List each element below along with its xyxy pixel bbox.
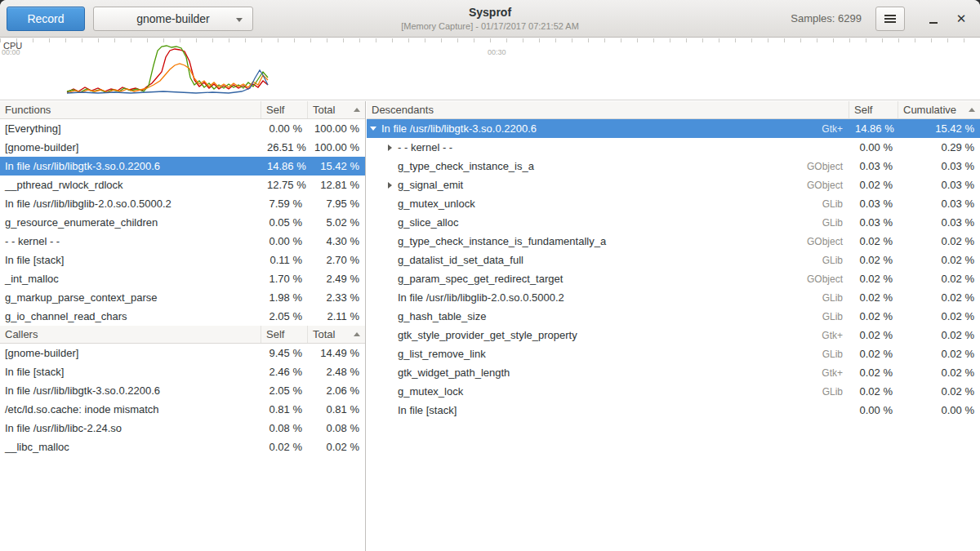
table-row[interactable]: g_mutex_lockGLib0.02 %0.02 % <box>367 382 980 401</box>
table-row[interactable]: g_resource_enumerate_children0.05 %5.02 … <box>0 213 365 232</box>
self-percent: 0.81 % <box>261 403 308 415</box>
table-row[interactable]: _int_malloc1.70 %2.49 % <box>0 269 365 288</box>
descendants-table-body: In file /usr/lib/libgtk-3.so.0.2200.6Gtk… <box>367 119 980 420</box>
triangle-icon <box>388 182 392 189</box>
total-percent: 4.30 % <box>308 235 365 247</box>
table-row[interactable]: In file [stack]2.46 %2.48 % <box>0 362 365 381</box>
functions-column-header[interactable]: Functions <box>0 101 261 118</box>
callers-table-body: [gnome-builder]9.45 %14.49 %In file [sta… <box>0 344 365 456</box>
table-row[interactable]: In file /usr/lib/libc-2.24.so0.08 %0.08 … <box>0 419 365 438</box>
table-row[interactable]: g_markup_parse_context_parse1.98 %2.33 % <box>0 288 365 307</box>
descendant-name: In file /usr/lib/libgtk-3.so.0.2200.6 <box>380 122 792 135</box>
table-row[interactable]: g_param_spec_get_redirect_targetGObject0… <box>367 269 980 288</box>
table-row[interactable]: g_list_remove_linkGLib0.02 %0.02 % <box>367 344 980 363</box>
self-percent: 0.02 % <box>849 385 898 398</box>
table-row[interactable]: __pthread_rwlock_rdlock12.75 %12.81 % <box>0 176 365 194</box>
table-row[interactable]: g_hash_table_sizeGLib0.02 %0.02 % <box>367 307 980 326</box>
callers-column-header[interactable]: Callers <box>0 326 261 343</box>
table-row[interactable]: gtk_style_provider_get_style_propertyGtk… <box>367 326 980 344</box>
function-name: In file [stack] <box>0 366 261 378</box>
close-icon: ✕ <box>956 11 967 26</box>
table-row[interactable]: g_signal_emitGObject0.02 %0.03 % <box>367 176 980 194</box>
cumulative-column-header[interactable]: Cumulative <box>898 101 980 118</box>
table-row[interactable]: /etc/ld.so.cache: inode mismatch0.81 %0.… <box>0 400 365 419</box>
expand-arrow-icon[interactable] <box>383 144 396 151</box>
expand-arrow-icon[interactable] <box>383 182 396 189</box>
descendant-name: In file /usr/lib/libglib-2.0.so.0.5000.2 <box>396 291 792 304</box>
total-percent: 2.33 % <box>308 291 365 304</box>
self-column-header[interactable]: Self <box>261 326 308 343</box>
table-row[interactable]: g_type_check_instance_is_aGObject0.03 %0… <box>367 157 980 176</box>
library-badge: Gtk+ <box>792 367 849 379</box>
function-name: In file [stack] <box>0 254 261 266</box>
total-column-header[interactable]: Total <box>308 326 365 343</box>
process-selector-dropdown[interactable]: gnome-builder <box>93 7 253 31</box>
descendants-column-header[interactable]: Descendants <box>367 101 849 118</box>
chevron-down-icon <box>236 18 243 22</box>
function-name: In file /usr/lib/libglib-2.0.so.0.5000.2 <box>0 198 261 210</box>
library-badge: Gtk+ <box>792 330 849 341</box>
total-percent: 2.70 % <box>308 254 365 266</box>
minimize-button[interactable] <box>923 8 944 29</box>
table-row[interactable]: In file /usr/lib/libglib-2.0.so.0.5000.2… <box>0 194 365 213</box>
table-row[interactable]: In file [stack]0.00 %0.00 % <box>367 401 980 420</box>
self-percent: 0.08 % <box>261 422 308 434</box>
descendant-name: gtk_style_provider_get_style_property <box>396 329 792 341</box>
sort-arrow-icon <box>354 332 360 336</box>
self-percent: 0.03 % <box>849 198 898 210</box>
table-row[interactable]: - - kernel - -0.00 %4.30 % <box>0 232 365 251</box>
record-button[interactable]: Record <box>7 7 85 31</box>
descendant-name: g_datalist_id_set_data_full <box>396 254 792 266</box>
table-row[interactable]: g_mutex_unlockGLib0.03 %0.03 % <box>367 194 980 213</box>
menu-button[interactable] <box>875 7 905 31</box>
titlebar: Record gnome-builder Sysprof [Memory Cap… <box>0 0 980 38</box>
table-row[interactable]: g_type_check_instance_is_fundamentally_a… <box>367 232 980 251</box>
self-percent: 0.02 % <box>849 235 898 247</box>
descendant-name: g_list_remove_link <box>396 348 792 360</box>
total-percent: 7.95 % <box>308 198 365 210</box>
table-row[interactable]: gtk_widget_path_lengthGtk+0.02 %0.02 % <box>367 363 980 382</box>
function-name: g_io_channel_read_chars <box>0 310 261 322</box>
cpu-timeline-graph[interactable]: CPU 00:00 00:30 <box>0 38 980 100</box>
table-row[interactable]: - - kernel - -0.00 %0.29 % <box>367 138 980 157</box>
table-row[interactable]: __libc_malloc0.02 %0.02 % <box>0 438 365 456</box>
cumulative-percent: 0.29 % <box>898 141 980 153</box>
table-row[interactable]: [gnome-builder]9.45 %14.49 % <box>0 344 365 362</box>
self-percent: 1.70 % <box>261 273 308 285</box>
table-row[interactable]: g_datalist_id_set_data_fullGLib0.02 %0.0… <box>367 251 980 269</box>
cpu-green-line <box>67 46 268 92</box>
callers-table-header: Callers Self Total <box>0 326 365 344</box>
table-row[interactable]: In file /usr/lib/libgtk-3.so.0.2200.6Gtk… <box>367 119 980 138</box>
self-percent: 1.98 % <box>261 291 308 304</box>
cumulative-percent: 0.03 % <box>898 198 980 210</box>
table-row[interactable]: In file /usr/lib/libgtk-3.so.0.2200.62.0… <box>0 381 365 400</box>
descendant-name: g_mutex_lock <box>396 385 792 398</box>
table-row[interactable]: g_slice_allocGLib0.03 %0.03 % <box>367 213 980 232</box>
cumulative-percent: 0.03 % <box>898 216 980 229</box>
table-row[interactable]: In file /usr/lib/libgtk-3.so.0.2200.614.… <box>0 157 365 176</box>
self-percent: 0.02 % <box>849 179 898 191</box>
left-panel: Functions Self Total [Everything]0.00 %1… <box>0 101 366 551</box>
self-percent: 0.05 % <box>261 216 308 229</box>
table-row[interactable]: [Everything]0.00 %100.00 % <box>0 119 365 138</box>
library-badge: GObject <box>792 273 849 285</box>
table-row[interactable]: [gnome-builder]26.51 %100.00 % <box>0 138 365 157</box>
self-percent: 14.86 % <box>849 122 898 135</box>
close-button[interactable]: ✕ <box>951 8 972 29</box>
self-percent: 2.05 % <box>261 310 308 322</box>
self-column-header[interactable]: Self <box>261 101 308 118</box>
total-percent: 2.48 % <box>308 366 365 378</box>
descendant-name: g_type_check_instance_is_fundamentally_a <box>396 235 792 247</box>
self-percent: 12.75 % <box>261 179 308 191</box>
table-row[interactable]: In file /usr/lib/libglib-2.0.so.0.5000.2… <box>367 288 980 307</box>
collapse-arrow-icon[interactable] <box>367 127 380 131</box>
table-row[interactable]: g_io_channel_read_chars2.05 %2.11 % <box>0 307 365 326</box>
cumulative-percent: 0.02 % <box>898 273 980 285</box>
total-column-header[interactable]: Total <box>308 101 365 118</box>
table-row[interactable]: In file [stack]0.11 %2.70 % <box>0 251 365 269</box>
descendant-name: g_mutex_unlock <box>396 198 792 210</box>
cumulative-percent: 15.42 % <box>898 122 980 135</box>
descendants-panel: Descendants Self Cumulative In file /usr… <box>367 101 980 551</box>
self-column-header[interactable]: Self <box>849 101 898 118</box>
descendant-name: g_type_check_instance_is_a <box>396 160 792 172</box>
